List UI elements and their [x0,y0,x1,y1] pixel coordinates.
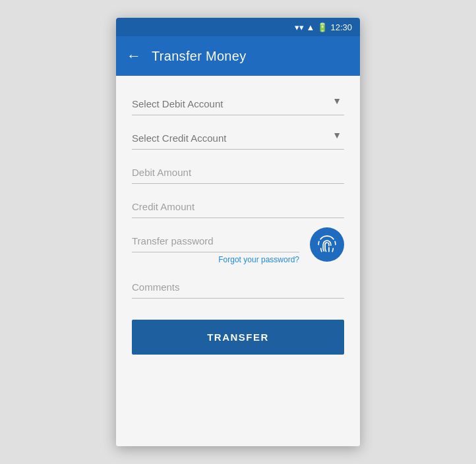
form-content: Select Debit Account ▼ Select Credit Acc… [116,76,360,446]
comments-field [132,270,344,299]
credit-amount-input[interactable] [132,189,344,218]
transfer-button[interactable]: TRANSFER [132,320,344,355]
transfer-section: TRANSFER [132,320,344,355]
credit-account-field[interactable]: Select Credit Account ▼ [132,121,344,150]
credit-account-dropdown[interactable]: Select Credit Account [132,121,344,150]
wifi-icon: ▾▾ [295,22,304,32]
password-field-wrapper: Forgot your password? [132,223,299,264]
debit-amount-input[interactable] [132,155,344,184]
credit-amount-field [132,189,344,218]
fingerprint-button[interactable] [310,227,344,262]
debit-account-field[interactable]: Select Debit Account ▼ [132,86,344,115]
debit-amount-field [132,155,344,184]
credit-account-label: Select Credit Account [132,132,226,144]
signal-icon: ▲ [307,22,315,32]
page-title: Transfer Money [152,49,247,64]
debit-account-label: Select Debit Account [132,98,223,109]
password-row: Forgot your password? [132,223,344,264]
status-bar: ▾▾ ▲ 🔋 12:30 [116,18,360,36]
back-button[interactable]: ← [127,47,141,65]
time-display: 12:30 [330,22,352,32]
phone-frame: ▾▾ ▲ 🔋 12:30 ← Transfer Money Select Deb… [116,18,360,446]
comments-input[interactable] [132,270,344,299]
credit-account-arrow-icon: ▼ [332,130,342,140]
battery-icon: 🔋 [317,22,328,32]
password-input[interactable] [132,223,299,252]
fingerprint-icon [318,235,336,254]
debit-account-dropdown[interactable]: Select Debit Account [132,86,344,115]
forgot-password-link[interactable]: Forgot your password? [132,255,299,264]
status-icons: ▾▾ ▲ 🔋 12:30 [295,22,352,32]
debit-account-arrow-icon: ▼ [332,96,342,106]
app-header: ← Transfer Money [116,36,360,76]
